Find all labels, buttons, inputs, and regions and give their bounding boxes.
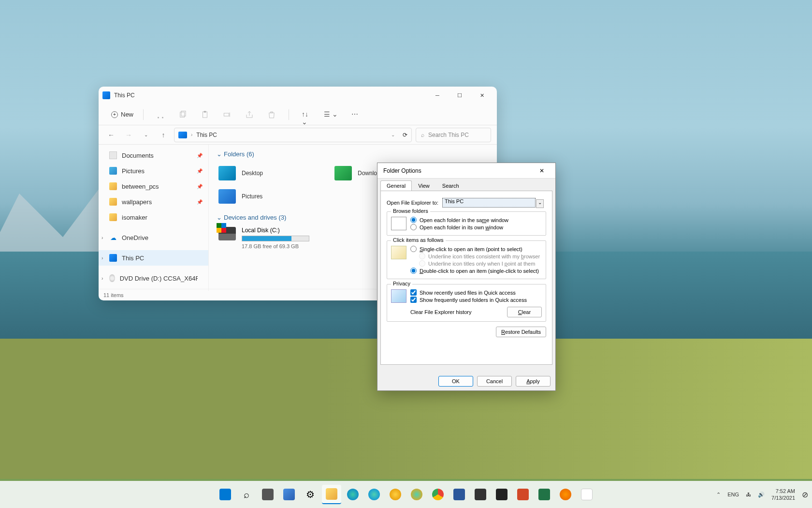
minimize-button[interactable]: ─ (426, 87, 449, 104)
check-recent-files[interactable]: Show recently used files in Quick access (410, 289, 542, 296)
view-icon[interactable]: ☰ ⌄ (324, 110, 338, 119)
back-button[interactable]: ← (104, 128, 118, 142)
chrome-button[interactable] (428, 485, 448, 504)
folder-icon (109, 213, 117, 221)
forward-button[interactable]: → (122, 128, 135, 142)
explorer-titlebar[interactable]: This PC ─ ☐ ✕ (99, 87, 497, 104)
widgets-button[interactable] (279, 485, 299, 504)
svg-rect-3 (204, 111, 206, 112)
sort-icon[interactable]: ↑↓ ⌄ (302, 110, 310, 119)
system-tray: ⌃ ENG 🖧 🔊 7:52 AM 7/13/2021 ⊘ (716, 488, 808, 502)
sidebar-item-wallpapers[interactable]: wallpapers📌 (99, 194, 208, 209)
settings-button[interactable]: ⚙ (301, 485, 320, 504)
svg-rect-1 (181, 111, 186, 116)
notifications-icon[interactable]: ⊘ (802, 490, 808, 499)
dialog-tabs: General View Search (377, 179, 555, 191)
up-button[interactable]: ↑ (157, 128, 170, 142)
folder-icon (109, 198, 117, 206)
chrome-icon (432, 489, 444, 500)
network-icon[interactable]: 🖧 (746, 492, 751, 497)
more-icon[interactable]: ⋯ (351, 110, 360, 119)
drive-name: Local Disk (C:) (242, 227, 340, 234)
new-button[interactable]: + New (107, 109, 137, 120)
check-frequent-folders[interactable]: Show frequently used folders in Quick ac… (410, 297, 542, 303)
chevron-down-icon: ⌄ (217, 150, 222, 158)
refresh-icon[interactable]: ⟳ (403, 132, 407, 138)
search-box[interactable]: ⌕ Search This PC (416, 128, 491, 142)
radio-single-click[interactable]: Single-click to open an item (point to s… (410, 246, 542, 252)
dialog-close-button[interactable]: ✕ (534, 163, 550, 179)
pin-icon: 📌 (197, 184, 203, 189)
firefox-icon (560, 489, 571, 500)
share-icon[interactable] (245, 110, 254, 119)
svg-rect-2 (203, 112, 207, 118)
window-title: This PC (114, 92, 426, 99)
firefox-button[interactable] (556, 485, 575, 504)
tab-search[interactable]: Search (436, 180, 465, 191)
clock[interactable]: 7:52 AM 7/13/2021 (771, 488, 795, 502)
sidebar-item-onedrive[interactable]: ›☁OneDrive (99, 230, 208, 245)
edge-button[interactable] (343, 485, 362, 504)
plus-icon: + (111, 111, 118, 118)
language-indicator[interactable]: ENG (727, 492, 739, 497)
tray-chevron-icon[interactable]: ⌃ (716, 492, 721, 498)
file-explorer-button[interactable] (322, 485, 341, 504)
cut-icon[interactable] (156, 110, 165, 119)
task-view-button[interactable] (258, 485, 277, 504)
terminal-button[interactable] (471, 485, 490, 504)
breadcrumb-dropdown[interactable]: ⌄ (391, 132, 395, 137)
sidebar-item-dvd-drive[interactable]: ›DVD Drive (D:) CCSA_X64FRE_EN-U (99, 270, 208, 286)
dialog-titlebar[interactable]: Folder Options ✕ (377, 163, 555, 179)
recent-dropdown[interactable]: ⌄ (139, 128, 153, 142)
restore-defaults-button[interactable]: Restore Defaults (496, 327, 546, 337)
disc-icon (109, 274, 115, 282)
cmd-button[interactable] (492, 485, 511, 504)
photos-button[interactable] (577, 485, 596, 504)
apply-button[interactable]: Apply (516, 376, 551, 387)
pin-icon: 📌 (197, 153, 203, 158)
start-button[interactable] (216, 485, 235, 504)
delete-icon[interactable] (267, 110, 276, 119)
folder-icon (109, 182, 117, 190)
radio-own-window[interactable]: Open each folder in its own window (410, 224, 542, 230)
radio-same-window[interactable]: Open each folder in the same window (410, 217, 542, 223)
cancel-button[interactable]: Cancel (477, 376, 512, 387)
sidebar-item-this-pc[interactable]: ›This PC (99, 250, 208, 266)
close-button[interactable]: ✕ (471, 87, 493, 104)
taskbar: ⌕ ⚙ ⌃ ENG 🖧 🔊 7:52 AM 7/13/2021 ⊘ (0, 481, 812, 508)
powerpoint-button[interactable] (513, 485, 533, 504)
sidebar-item-isomaker[interactable]: isomaker (99, 209, 208, 225)
search-button[interactable]: ⌕ (237, 485, 256, 504)
ok-button[interactable]: OK (438, 376, 473, 387)
edge-canary-button[interactable] (386, 485, 405, 504)
edge-dev-button[interactable] (364, 485, 384, 504)
edge-beta-button[interactable] (407, 485, 426, 504)
search-icon: ⌕ (244, 489, 249, 500)
radio-double-click[interactable]: Double-click to open an item (single-cli… (410, 268, 542, 274)
sidebar-item-pictures[interactable]: Pictures📌 (99, 163, 208, 179)
folder-pictures[interactable]: Pictures (217, 185, 333, 208)
svg-rect-4 (224, 113, 229, 116)
address-box[interactable]: › This PC ⌄ ⟳ (174, 128, 412, 142)
sidebar-item-between-pcs[interactable]: between_pcs📌 (99, 179, 208, 194)
word-button[interactable] (450, 485, 469, 504)
copy-icon[interactable] (178, 110, 187, 119)
edge-dev-icon (368, 489, 380, 500)
group-browse-folders: Browse folders Open each folder in the s… (387, 211, 546, 236)
tab-view[interactable]: View (412, 180, 436, 191)
open-to-dropdown[interactable]: This PC (442, 198, 536, 208)
tab-general[interactable]: General (380, 180, 412, 191)
excel-button[interactable] (535, 485, 554, 504)
drive-local-disk-c[interactable]: Local Disk (C:) 17.8 GB free of 69.3 GB (217, 225, 342, 251)
maximize-button[interactable]: ☐ (449, 87, 471, 104)
breadcrumb: This PC (196, 132, 217, 138)
sidebar-item-documents[interactable]: Documents📌 (99, 148, 208, 163)
chevron-down-icon: ⌄ (217, 214, 222, 221)
folders-header[interactable]: ⌄Folders (6) (217, 150, 489, 158)
clear-button[interactable]: Clear (507, 307, 542, 317)
rename-icon[interactable] (223, 110, 232, 119)
volume-icon[interactable]: 🔊 (758, 492, 765, 498)
drive-free-text: 17.8 GB free of 69.3 GB (242, 243, 340, 249)
paste-icon[interactable] (201, 110, 209, 119)
folder-desktop[interactable]: Desktop (217, 162, 333, 185)
